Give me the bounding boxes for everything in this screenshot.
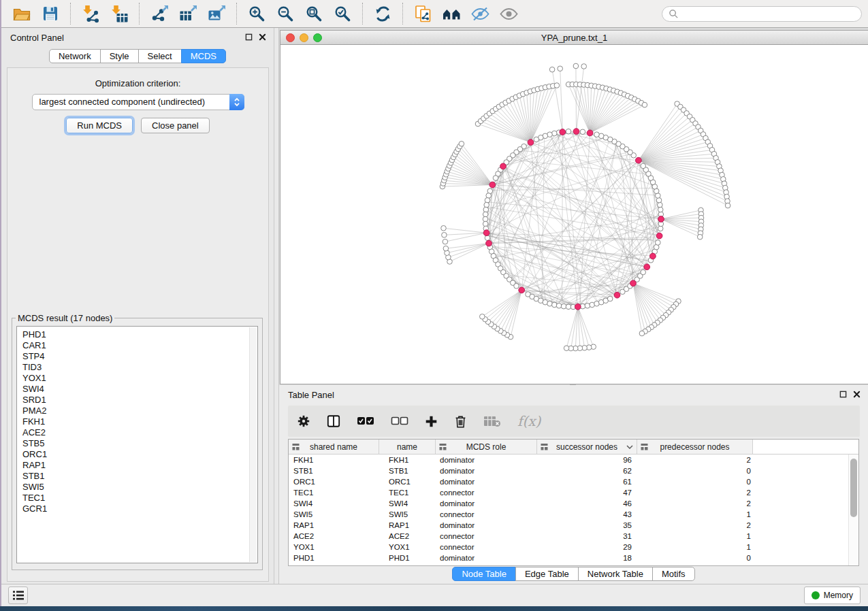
mcds-result-item[interactable]: STP4 <box>17 351 257 362</box>
mcds-result-item[interactable]: SWI4 <box>17 384 257 395</box>
table-row[interactable]: STB1STB1dominator620 <box>289 465 858 476</box>
import-network-button[interactable] <box>80 3 101 24</box>
column-header-predecessor-nodes[interactable]: predecessor nodes <box>637 440 753 454</box>
mcds-result-list[interactable]: PHD1CAR1STP4TID3YOX1SWI4SRD1PMA2FKH1ACE2… <box>16 326 258 563</box>
mcds-result-item[interactable]: GCR1 <box>17 503 257 514</box>
main-toolbar <box>1 0 868 28</box>
tab-edge-table[interactable]: Edge Table <box>515 567 579 581</box>
tab-select[interactable]: Select <box>138 49 182 63</box>
network-canvas[interactable] <box>280 45 868 384</box>
zoom-selected-button[interactable] <box>332 3 353 24</box>
table-row[interactable]: PHD1PHD1dominator180 <box>289 552 858 563</box>
cell-successor-nodes: 61 <box>537 478 637 486</box>
cell-name: TEC1 <box>379 489 436 497</box>
memory-button[interactable]: Memory <box>804 587 861 604</box>
mcds-result-item[interactable]: CAR1 <box>17 340 257 351</box>
import-table-button[interactable] <box>109 3 129 24</box>
mcds-result-item[interactable]: ORC1 <box>17 449 257 460</box>
minimize-window-icon[interactable] <box>300 33 308 42</box>
float-table-panel-icon[interactable] <box>839 391 847 398</box>
close-window-icon[interactable] <box>286 33 295 42</box>
tab-network[interactable]: Network <box>49 49 101 63</box>
tab-node-table[interactable]: Node Table <box>452 567 516 581</box>
table-row[interactable]: RAP1RAP1dominator352 <box>289 520 858 531</box>
run-mcds-button[interactable]: Run MCDS <box>66 118 133 133</box>
table-row[interactable]: ACE2ACE2connector311 <box>289 531 858 542</box>
table-tabs: Node TableEdge TableNetwork TableMotifs <box>279 567 868 581</box>
table-row[interactable]: SWI5SWI5connector431 <box>289 509 858 520</box>
close-table-panel-icon[interactable] <box>853 391 861 398</box>
show-columns-button[interactable] <box>327 414 340 428</box>
float-panel-icon[interactable] <box>245 33 253 41</box>
network-window: YPA_prune.txt_1 <box>280 30 868 384</box>
cell-shared-name: TEC1 <box>289 489 379 497</box>
deselect-all-button[interactable] <box>391 416 408 427</box>
cell-MCDS-role: dominator <box>436 467 537 475</box>
open-session-button[interactable] <box>12 3 32 24</box>
export-image-button[interactable] <box>206 3 227 24</box>
save-session-button[interactable] <box>40 3 61 24</box>
table-row[interactable]: SWI4SWI4dominator462 <box>289 498 858 509</box>
table-row[interactable]: ORC1ORC1dominator610 <box>289 476 858 487</box>
export-network-button[interactable] <box>149 3 170 24</box>
mcds-result-item[interactable]: PMA2 <box>17 406 257 416</box>
table-row[interactable]: YOX1YOX1connector291 <box>289 542 858 552</box>
cell-predecessor-nodes: 1 <box>637 532 753 540</box>
tab-motifs[interactable]: Motifs <box>652 567 695 581</box>
chevron-down-icon[interactable] <box>626 445 633 449</box>
add-row-button[interactable] <box>425 415 438 428</box>
table-row[interactable]: TEC1TEC1connector472 <box>289 487 858 498</box>
optimization-criterion-select[interactable]: largest connected component (undirected) <box>32 94 244 110</box>
import-network-icon <box>82 5 100 23</box>
table-scrollbar-thumb[interactable] <box>850 459 857 517</box>
column-header-shared-name[interactable]: shared name <box>289 440 379 454</box>
zoom-fit-button[interactable] <box>304 3 324 24</box>
mcds-result-item[interactable]: RAP1 <box>17 460 257 471</box>
vertical-splitter[interactable] <box>274 28 279 584</box>
mcds-result-item[interactable]: TID3 <box>17 362 257 373</box>
mcds-list-scrollbar[interactable] <box>249 327 257 562</box>
tab-network-table[interactable]: Network Table <box>578 567 653 581</box>
delete-row-button[interactable] <box>454 414 467 429</box>
table-scrollbar-track[interactable] <box>848 455 858 565</box>
first-neighbors-button[interactable] <box>441 3 462 24</box>
mcds-result-item[interactable]: SWI5 <box>17 482 257 493</box>
show-all-icon <box>500 5 518 22</box>
table-row[interactable]: FKH1FKH1dominator962 <box>289 455 858 465</box>
gear-button[interactable] <box>297 414 310 428</box>
search-field[interactable] <box>662 6 862 22</box>
maximize-window-icon[interactable] <box>313 33 322 42</box>
apply-layout-button[interactable] <box>372 3 393 24</box>
hide-selection-button[interactable] <box>470 3 490 24</box>
network-window-titlebar[interactable]: YPA_prune.txt_1 <box>280 31 868 45</box>
mcds-result-item[interactable]: FKH1 <box>17 416 257 427</box>
mcds-result-item[interactable]: STB1 <box>17 471 257 482</box>
tab-style[interactable]: Style <box>100 49 139 63</box>
mcds-result-item[interactable]: SRD1 <box>17 395 257 406</box>
zoom-in-button[interactable] <box>246 3 267 24</box>
cell-shared-name: RAP1 <box>289 521 379 529</box>
show-columns-icon <box>327 414 340 428</box>
task-history-button[interactable] <box>8 587 28 604</box>
close-panel-button[interactable]: Close panel <box>141 118 210 133</box>
mcds-result-item[interactable]: ACE2 <box>17 427 257 438</box>
toolbar-separator <box>402 3 403 24</box>
show-all-button[interactable] <box>498 3 519 24</box>
network-graph[interactable] <box>280 45 868 383</box>
close-panel-icon[interactable] <box>259 33 266 41</box>
mcds-result-item[interactable]: YOX1 <box>17 373 257 384</box>
zoom-out-button[interactable] <box>275 3 295 24</box>
toolbar-separator <box>236 3 237 24</box>
mcds-result-item[interactable]: STB5 <box>17 438 257 449</box>
column-header-MCDS-role[interactable]: MCDS role <box>436 440 537 454</box>
mcds-result-item[interactable]: PHD1 <box>17 329 257 340</box>
search-input[interactable] <box>682 9 855 18</box>
column-header-successor-nodes[interactable]: successor nodes <box>537 440 637 454</box>
tab-mcds[interactable]: MCDS <box>181 49 226 63</box>
delete-table-icon <box>483 414 501 428</box>
network-from-selection-button[interactable] <box>413 3 433 24</box>
column-header-name[interactable]: name <box>379 440 436 454</box>
mcds-result-item[interactable]: TEC1 <box>17 493 257 503</box>
export-table-button[interactable] <box>178 3 198 24</box>
select-all-button[interactable] <box>357 416 374 427</box>
